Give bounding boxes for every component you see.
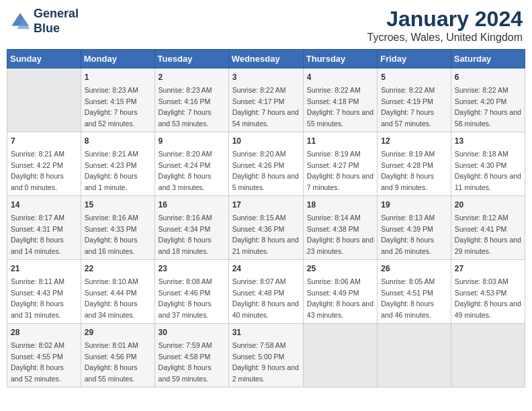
calendar-table: SundayMondayTuesdayWednesdayThursdayFrid…: [7, 49, 525, 387]
calendar-cell: 24Sunrise: 8:07 AMSunset: 4:48 PMDayligh…: [228, 260, 303, 324]
day-info: Sunrise: 8:22 AMSunset: 4:18 PMDaylight:…: [307, 86, 373, 128]
day-info: Sunrise: 8:21 AMSunset: 4:22 PMDaylight:…: [11, 150, 64, 191]
day-number: 26: [381, 263, 447, 275]
day-number: 21: [11, 263, 77, 275]
day-info: Sunrise: 8:15 AMSunset: 4:36 PMDaylight:…: [232, 214, 299, 255]
calendar-cell: 4Sunrise: 8:22 AMSunset: 4:18 PMDaylight…: [303, 68, 377, 132]
day-number: 27: [455, 263, 521, 275]
calendar-cell: 9Sunrise: 8:20 AMSunset: 4:24 PMDaylight…: [154, 132, 228, 196]
day-header-monday: Monday: [81, 50, 154, 68]
day-number: 15: [85, 199, 151, 211]
logo-text: General Blue: [34, 7, 79, 36]
location-title: Tycroes, Wales, United Kingdom: [367, 32, 523, 44]
calendar-week-row: 21Sunrise: 8:11 AMSunset: 4:43 PMDayligh…: [7, 260, 525, 324]
calendar-week-row: 1Sunrise: 8:23 AMSunset: 4:15 PMDaylight…: [7, 68, 525, 132]
calendar-cell: 21Sunrise: 8:11 AMSunset: 4:43 PMDayligh…: [7, 260, 81, 324]
day-info: Sunrise: 8:22 AMSunset: 4:19 PMDaylight:…: [381, 86, 435, 128]
day-number: 30: [159, 326, 225, 338]
month-title: January 2024: [367, 7, 523, 32]
calendar-cell: 15Sunrise: 8:16 AMSunset: 4:33 PMDayligh…: [81, 196, 154, 260]
day-number: 16: [159, 199, 225, 211]
day-info: Sunrise: 7:59 AMSunset: 4:58 PMDaylight:…: [159, 341, 212, 383]
day-number: 19: [381, 199, 447, 211]
calendar-cell: 11Sunrise: 8:19 AMSunset: 4:27 PMDayligh…: [303, 132, 377, 196]
day-info: Sunrise: 8:18 AMSunset: 4:30 PMDaylight:…: [455, 150, 521, 191]
day-number: 22: [85, 263, 151, 275]
day-info: Sunrise: 8:11 AMSunset: 4:43 PMDaylight:…: [11, 277, 64, 319]
day-number: 8: [85, 135, 151, 147]
day-number: 24: [232, 263, 300, 275]
day-info: Sunrise: 8:05 AMSunset: 4:51 PMDaylight:…: [381, 277, 435, 319]
calendar-cell: 29Sunrise: 8:01 AMSunset: 4:56 PMDayligh…: [81, 324, 154, 387]
logo-icon: [9, 11, 31, 32]
day-info: Sunrise: 8:01 AMSunset: 4:56 PMDaylight:…: [85, 341, 138, 383]
calendar-cell: 10Sunrise: 8:20 AMSunset: 4:26 PMDayligh…: [228, 132, 303, 196]
day-info: Sunrise: 8:10 AMSunset: 4:44 PMDaylight:…: [85, 277, 138, 319]
day-header-thursday: Thursday: [303, 50, 377, 68]
calendar-cell: 13Sunrise: 8:18 AMSunset: 4:30 PMDayligh…: [451, 132, 525, 196]
day-number: 29: [85, 326, 151, 338]
day-header-friday: Friday: [378, 50, 451, 68]
day-header-wednesday: Wednesday: [228, 50, 303, 68]
calendar-cell: 12Sunrise: 8:19 AMSunset: 4:28 PMDayligh…: [378, 132, 451, 196]
calendar-cell: 18Sunrise: 8:14 AMSunset: 4:38 PMDayligh…: [303, 196, 377, 260]
title-block: January 2024 Tycroes, Wales, United King…: [367, 7, 523, 44]
page-header: General Blue January 2024 Tycroes, Wales…: [7, 7, 525, 44]
calendar-cell: 23Sunrise: 8:08 AMSunset: 4:46 PMDayligh…: [154, 260, 228, 324]
day-number: 11: [307, 135, 373, 147]
calendar-cell: 7Sunrise: 8:21 AMSunset: 4:22 PMDaylight…: [7, 132, 81, 196]
calendar-cell: 26Sunrise: 8:05 AMSunset: 4:51 PMDayligh…: [378, 260, 451, 324]
day-info: Sunrise: 8:20 AMSunset: 4:26 PMDaylight:…: [232, 150, 299, 191]
day-info: Sunrise: 8:08 AMSunset: 4:46 PMDaylight:…: [159, 277, 212, 319]
day-info: Sunrise: 8:07 AMSunset: 4:48 PMDaylight:…: [232, 277, 299, 319]
day-number: 5: [381, 71, 447, 83]
day-info: Sunrise: 8:20 AMSunset: 4:24 PMDaylight:…: [159, 150, 212, 191]
calendar-cell: 27Sunrise: 8:03 AMSunset: 4:53 PMDayligh…: [451, 260, 525, 324]
day-number: 7: [11, 135, 77, 147]
calendar-cell: 17Sunrise: 8:15 AMSunset: 4:36 PMDayligh…: [228, 196, 303, 260]
day-info: Sunrise: 8:12 AMSunset: 4:41 PMDaylight:…: [455, 214, 521, 255]
calendar-cell: [451, 324, 525, 387]
day-info: Sunrise: 8:17 AMSunset: 4:31 PMDaylight:…: [11, 214, 64, 255]
day-number: 6: [455, 71, 521, 83]
calendar-cell: 30Sunrise: 7:59 AMSunset: 4:58 PMDayligh…: [154, 324, 228, 387]
day-info: Sunrise: 8:22 AMSunset: 4:17 PMDaylight:…: [232, 86, 299, 128]
day-number: 25: [307, 263, 373, 275]
calendar-cell: 28Sunrise: 8:02 AMSunset: 4:55 PMDayligh…: [7, 324, 81, 387]
day-number: 28: [11, 326, 77, 338]
day-header-saturday: Saturday: [451, 50, 525, 68]
calendar-cell: 1Sunrise: 8:23 AMSunset: 4:15 PMDaylight…: [81, 68, 154, 132]
day-header-sunday: Sunday: [7, 50, 81, 68]
day-number: 3: [232, 71, 300, 83]
day-info: Sunrise: 8:03 AMSunset: 4:53 PMDaylight:…: [455, 277, 521, 319]
day-number: 2: [159, 71, 225, 83]
day-number: 20: [455, 199, 521, 211]
day-info: Sunrise: 8:13 AMSunset: 4:39 PMDaylight:…: [381, 214, 435, 255]
day-number: 10: [232, 135, 300, 147]
day-info: Sunrise: 8:23 AMSunset: 4:16 PMDaylight:…: [159, 86, 212, 128]
day-number: 14: [11, 199, 77, 211]
calendar-cell: 31Sunrise: 7:58 AMSunset: 5:00 PMDayligh…: [228, 324, 303, 387]
calendar-cell: 2Sunrise: 8:23 AMSunset: 4:16 PMDaylight…: [154, 68, 228, 132]
calendar-week-row: 7Sunrise: 8:21 AMSunset: 4:22 PMDaylight…: [7, 132, 525, 196]
logo: General Blue: [9, 7, 79, 36]
day-info: Sunrise: 7:58 AMSunset: 5:00 PMDaylight:…: [232, 341, 299, 383]
calendar-cell: 20Sunrise: 8:12 AMSunset: 4:41 PMDayligh…: [451, 196, 525, 260]
day-info: Sunrise: 8:21 AMSunset: 4:23 PMDaylight:…: [85, 150, 138, 191]
calendar-cell: 6Sunrise: 8:22 AMSunset: 4:20 PMDaylight…: [451, 68, 525, 132]
day-number: 13: [455, 135, 521, 147]
calendar-cell: 8Sunrise: 8:21 AMSunset: 4:23 PMDaylight…: [81, 132, 154, 196]
day-info: Sunrise: 8:16 AMSunset: 4:33 PMDaylight:…: [85, 214, 138, 255]
day-number: 1: [85, 71, 151, 83]
calendar-cell: [7, 68, 81, 132]
day-info: Sunrise: 8:23 AMSunset: 4:15 PMDaylight:…: [85, 86, 138, 128]
day-info: Sunrise: 8:16 AMSunset: 4:34 PMDaylight:…: [159, 214, 212, 255]
day-number: 9: [159, 135, 225, 147]
day-number: 12: [381, 135, 447, 147]
calendar-cell: [378, 324, 451, 387]
day-number: 18: [307, 199, 373, 211]
day-info: Sunrise: 8:06 AMSunset: 4:49 PMDaylight:…: [307, 277, 373, 319]
calendar-cell: 19Sunrise: 8:13 AMSunset: 4:39 PMDayligh…: [378, 196, 451, 260]
calendar-cell: 16Sunrise: 8:16 AMSunset: 4:34 PMDayligh…: [154, 196, 228, 260]
day-number: 4: [307, 71, 373, 83]
